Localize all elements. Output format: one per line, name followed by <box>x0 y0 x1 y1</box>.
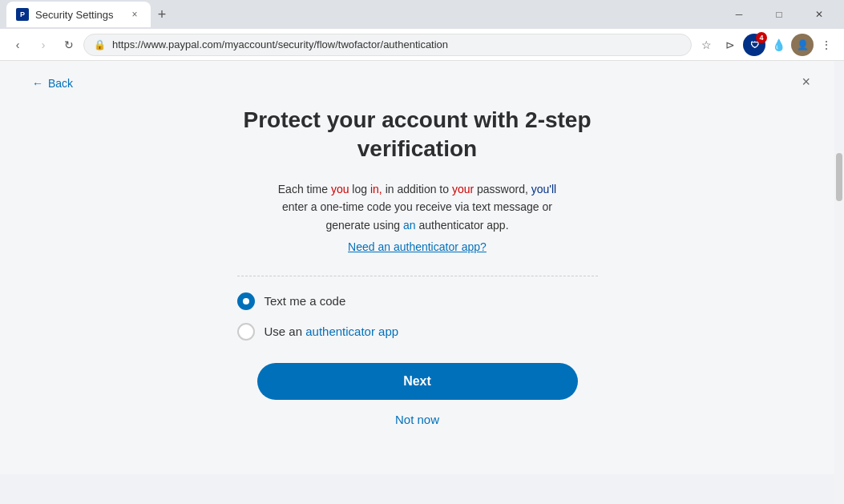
address-bar[interactable]: 🔒 https://www.paypal.com/myaccount/secur… <box>83 34 692 56</box>
highlighted-you: you <box>331 183 349 196</box>
page-content: ← Back × Protect your account with 2-ste… <box>0 61 834 474</box>
authenticator-app-link[interactable]: Need an authenticator app? <box>348 240 487 253</box>
minimize-button[interactable]: ─ <box>721 0 757 29</box>
main-content: Protect your account with 2-step verific… <box>237 106 598 426</box>
highlighted-in: in, <box>370 183 382 196</box>
menu-button[interactable]: ⋮ <box>815 34 838 56</box>
back-button[interactable]: ← Back <box>32 77 73 90</box>
back-arrow-icon: ← <box>32 77 43 90</box>
active-tab[interactable]: P Security Settings × <box>6 2 151 27</box>
nav-bar: ‹ › ↻ 🔒 https://www.paypal.com/myaccount… <box>0 29 844 61</box>
window-controls: ─ □ ✕ <box>721 0 838 29</box>
tab-title: Security Settings <box>35 9 114 21</box>
new-tab-button[interactable]: + <box>151 3 173 26</box>
highlighted-your: your <box>452 183 474 196</box>
page-inner: ← Back × Protect your account with 2-ste… <box>0 61 834 474</box>
forward-nav-button[interactable]: › <box>32 34 55 56</box>
maximize-button[interactable]: □ <box>761 0 798 29</box>
profile-button[interactable]: 👤 <box>791 34 814 56</box>
scrollbar[interactable] <box>834 151 844 504</box>
bookmark-button[interactable]: ☆ <box>695 34 717 56</box>
radio-option-text[interactable]: Text me a code <box>237 292 598 310</box>
radio-app-link: authenticator app <box>305 325 398 338</box>
radio-option-app[interactable]: Use an authenticator app <box>237 323 598 341</box>
section-divider <box>237 276 598 276</box>
scrollbar-thumb[interactable] <box>836 153 842 201</box>
ublock-extension-button[interactable]: 🛡 4 <box>743 34 765 56</box>
page-subtext: Each time you log in, in addition to you… <box>278 180 556 234</box>
close-button[interactable]: ✕ <box>801 0 838 29</box>
radio-text-indicator[interactable] <box>237 292 255 310</box>
close-page-button[interactable]: × <box>802 74 810 91</box>
not-now-link[interactable]: Not now <box>395 413 439 426</box>
title-bar: P Security Settings × + ─ □ ✕ <box>0 0 844 29</box>
radio-app-indicator[interactable] <box>237 323 255 341</box>
next-button[interactable]: Next <box>257 363 578 400</box>
verification-method-radio-group: Text me a code Use an authenticator app <box>237 292 598 341</box>
radio-text-label: Text me a code <box>265 294 346 308</box>
browser-window: P Security Settings × + ─ □ ✕ ‹ › ↻ 🔒 ht… <box>0 0 844 474</box>
cast-button[interactable]: ⊳ <box>719 34 741 56</box>
back-button-label: Back <box>48 77 73 90</box>
page-headline: Protect your account with 2-step verific… <box>237 106 598 164</box>
back-nav-button[interactable]: ‹ <box>6 34 29 56</box>
highlighted-an: an <box>403 219 416 232</box>
highlighted-youll: you'll <box>531 183 556 196</box>
tab-favicon: P <box>16 8 29 21</box>
ext-badge: 4 <box>756 32 767 43</box>
dropbox-extension-button[interactable]: 💧 <box>767 34 789 56</box>
lock-icon: 🔒 <box>94 39 106 50</box>
nav-actions: ☆ ⊳ 🛡 4 💧 👤 ⋮ <box>695 34 838 56</box>
radio-app-label: Use an authenticator app <box>265 325 399 338</box>
refresh-nav-button[interactable]: ↻ <box>58 34 80 56</box>
tab-close-button[interactable]: × <box>128 8 141 21</box>
url-text: https://www.paypal.com/myaccount/securit… <box>112 38 681 50</box>
